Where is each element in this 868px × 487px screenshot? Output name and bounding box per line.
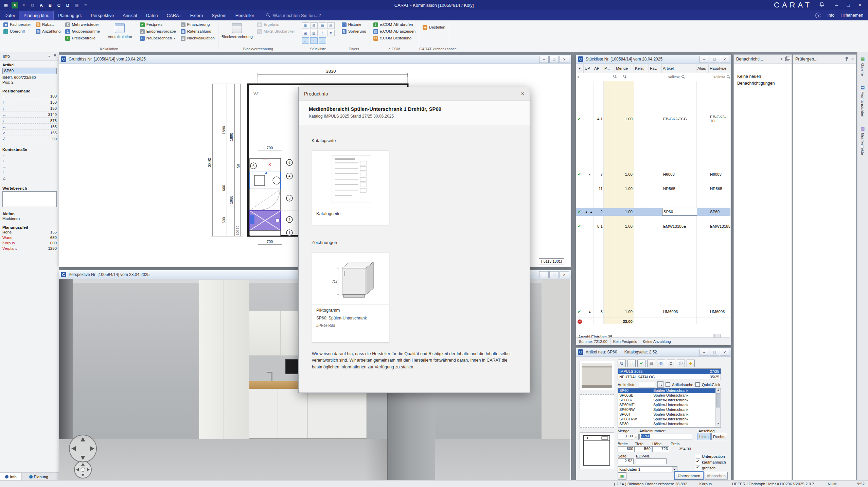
table-row[interactable]: 11 1.00 NR565 NR565 [576,185,730,193]
filter-hauptype[interactable]: <alles> [713,75,730,79]
piktogramm-card[interactable]: 717 Piktogramm SP60: Spülen-Unterschrank… [312,252,389,343]
hamburger-icon[interactable] [82,2,89,8]
seite-input[interactable]: 2.52 [618,458,634,464]
navigation-compass[interactable] [62,432,106,480]
search-button[interactable] [657,381,663,388]
menu-hersteller[interactable]: Hersteller [231,11,259,20]
article-photo-thumbnail[interactable] [580,361,614,390]
list-columns-icon[interactable]: ▥ [310,30,318,36]
menu-info[interactable]: Info [827,13,834,18]
mwst-blockartikel-button[interactable]: %MwSt Blockartikel [257,29,295,34]
col-kern[interactable]: Kern. [634,64,649,73]
historie-button[interactable]: ◷Historie [342,22,366,27]
close-icon[interactable]: × [521,91,524,97]
quick-letter-d[interactable]: D [65,2,71,8]
article-row[interactable]: SP60TRWSpülen-Unterschrank [618,417,721,422]
table-row[interactable]: ✔ ▲ 7 1.00 H6003 H6003 [576,170,730,178]
help-icon[interactable]: ? [815,13,821,18]
menu-datei[interactable]: Datei [0,11,19,20]
breite-input[interactable]: 600 [618,446,635,452]
window-icon[interactable] [29,2,36,8]
expand-triangle-icon[interactable]: ▲ [588,170,591,178]
context-right-icon[interactable]: → [2,164,57,169]
blockverrechnung-button[interactable]: Blockverrechnung [222,22,252,39]
maximize-icon[interactable]: □ [843,1,854,9]
list-copy-icon[interactable]: ▣ [302,30,309,36]
menu-planung-grf[interactable]: Planung grf. [54,11,86,20]
minimize-icon[interactable] [699,56,709,63]
preiskontrolle-button[interactable]: €Preiskontrolle [65,36,100,41]
scroll-down-icon[interactable]: ▼ [716,422,721,427]
tell-me-search[interactable]: Was möchten Sie tun...? [266,13,321,18]
article-row-selected[interactable]: SP60Spülen-Unterschrank [618,388,721,393]
table-row-selected[interactable]: ✔ ▲ ▲ 2 1.00 SP60 SP60 [576,208,730,216]
chart-icon[interactable] [73,2,80,8]
grafisch-option[interactable]: grafisch [696,466,715,470]
fachberater-button[interactable]: ☻Fachberater [3,22,31,27]
menu-planung-kfm[interactable]: Planung kfm. [19,11,54,20]
menu-carat[interactable]: CARAT [162,11,186,20]
menu-hilfethemen[interactable]: Hilfethemen [840,13,863,18]
maximize-icon[interactable] [710,349,719,356]
menu-system[interactable]: System [207,11,231,20]
finanzierung-button[interactable]: ⌂Finanzierung [181,22,215,27]
positionsmasse-row[interactable]: ↑150 [2,99,57,105]
close-icon[interactable] [720,56,729,63]
sortierung-button[interactable]: ⇅Sortierung [342,29,366,34]
catalog-page-icon[interactable]: ▯ [627,360,636,367]
move-right-icon[interactable]: → [319,37,326,44]
menge-input[interactable]: 1.00 [618,434,634,439]
move-up-icon[interactable]: ↑ [310,37,318,44]
close-icon[interactable]: × [854,1,865,9]
expand-triangle-icon[interactable]: ▲ [590,208,592,216]
positionsmasse-row[interactable]: ∠90 [2,136,57,142]
catalog-list[interactable]: IMPULS 202527/25 NEUTRAL KATALOG35/25 [618,368,721,380]
ecom-bestellung-button[interactable]: ✉e.COM Bestellung [373,36,415,41]
context-vertical-icon[interactable]: ↕ [2,159,57,163]
catalog-row[interactable]: NEUTRAL KATALOG35/25 [618,374,721,380]
table-row[interactable]: ✔ 4.1 1.00 EB-GK2-TCG EB-GK2-TO [576,115,730,123]
pin-icon[interactable] [53,54,56,58]
kopfdaten-select[interactable]: Kopfdaten 1▼ [618,466,677,472]
excel-export-icon[interactable]: X [12,2,18,8]
chevron-down-icon[interactable]: ▾ [781,57,782,61]
scrollbar[interactable]: ▲ ▼ [715,388,721,427]
article-row[interactable]: SP60MT1Spülen-Unterschrank [618,403,721,407]
close-icon[interactable]: × [851,57,854,62]
image-button[interactable]: ▦ [618,472,626,480]
minimize-icon[interactable] [699,349,709,356]
kaufmaennisch-checkbox[interactable] [696,460,700,464]
positionsmasse-row[interactable]: ↓150 [2,105,57,111]
pruefergebnis-header[interactable]: Prüfergeb... × [793,55,856,64]
article-row[interactable]: SP60SBSpülen-Unterschrank [618,393,721,398]
context-up-icon[interactable]: ↑ [2,170,57,174]
neuberechnen-button[interactable]: ↻Neuberechnen▾ [140,36,176,41]
benachrichtigungen-header[interactable]: Benachrichti... ▾ [734,55,792,64]
tab-frontansichten[interactable]: ▤ Frontansichten [861,85,865,117]
table-row[interactable]: ✔ ▲ 8 1.00 HM6003 HM6003 [576,308,730,316]
festpreis-button[interactable]: ✔Festpreis [140,22,176,27]
catalog-book-icon[interactable]: ⧉ [618,360,626,367]
notifications-bell-icon[interactable] [819,2,825,8]
context-angle-icon[interactable]: ∠ [2,176,57,181]
maximize-icon[interactable] [549,271,559,278]
uebergriff-button[interactable]: →Übergriff [3,29,31,34]
quickclick-checkbox[interactable] [695,382,700,387]
positionsmasse-row[interactable]: ↔3140 [2,111,57,118]
catalog-row-selected[interactable]: IMPULS 202527/25 [618,369,721,374]
tab-info[interactable]: Info [0,473,22,481]
minimize-icon[interactable] [539,271,549,278]
col-ap[interactable]: AP [593,64,603,73]
ecom-ab-abrufen-button[interactable]: ⇓e.COM-AB abrufen [373,22,415,27]
hoehe-input[interactable]: 723 [652,446,669,452]
flag-icon[interactable]: ◆ [687,360,695,367]
col-alias[interactable]: Alias [696,64,709,73]
ecom-ab-anzeigen-button[interactable]: ▤e.COM-AB anzeigen [373,29,415,34]
close-icon[interactable] [560,56,569,63]
col-hauptype[interactable]: Hauptype [709,64,730,73]
menu-perspektive[interactable]: Perspektive [86,11,118,20]
expand-triangle-icon[interactable]: ▲ [588,308,591,316]
productinfo-titlebar[interactable]: Productinfo × [299,87,530,101]
text-list-icon[interactable]: ≣ [667,360,675,367]
col-p[interactable]: P... [603,64,615,73]
